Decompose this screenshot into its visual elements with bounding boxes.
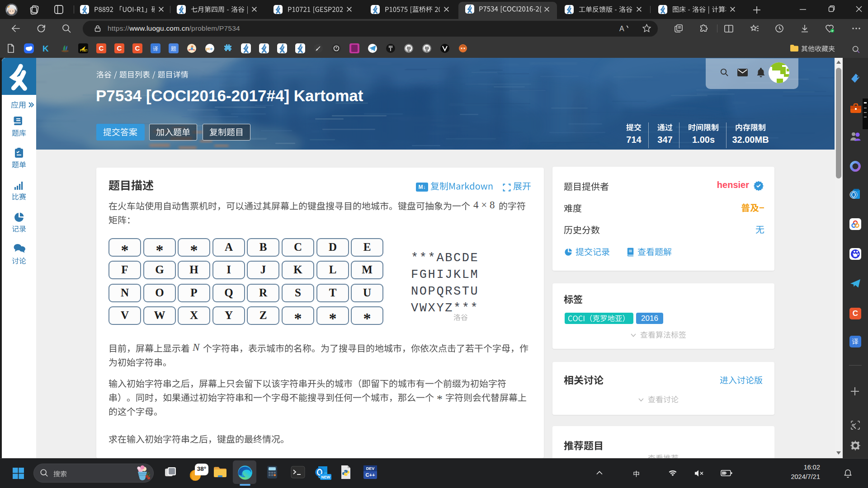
svg-text:A: A: [619, 25, 624, 33]
svg-text:e: e: [210, 47, 212, 51]
svg-text:PhET: PhET: [80, 49, 87, 52]
svg-text:K: K: [42, 44, 49, 53]
svg-text:yc: yc: [206, 47, 210, 51]
svg-text:C++: C++: [366, 472, 375, 478]
svg-text:DEV: DEV: [366, 466, 375, 471]
